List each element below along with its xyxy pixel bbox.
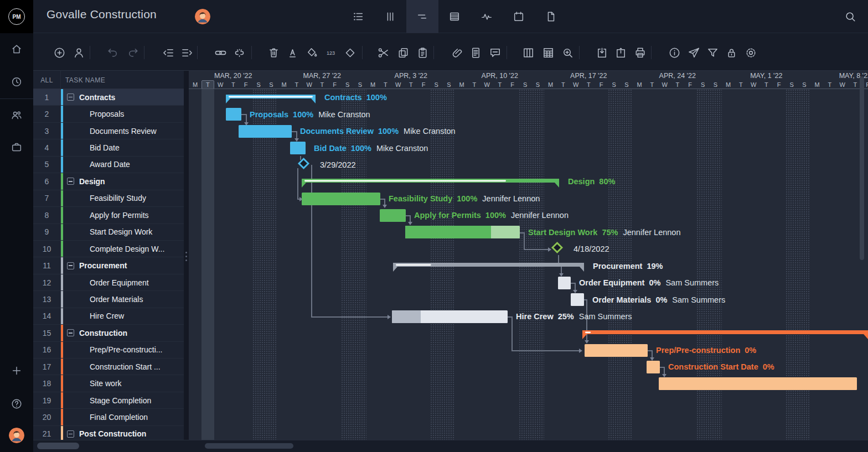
task-row-11[interactable]: 11Procurement bbox=[33, 257, 184, 274]
task-row-4[interactable]: 4Bid Date bbox=[33, 139, 184, 156]
sidebar-user-avatar[interactable] bbox=[9, 428, 24, 443]
filter-icon[interactable] bbox=[705, 45, 720, 60]
task-bar[interactable] bbox=[239, 125, 292, 138]
spreadsheet-icon[interactable] bbox=[541, 45, 555, 60]
task-bar[interactable] bbox=[659, 377, 857, 390]
task-row-2[interactable]: 2Proposals bbox=[33, 106, 184, 122]
vertical-scrollbar[interactable] bbox=[860, 76, 864, 260]
tab-gantt-view[interactable] bbox=[406, 0, 438, 33]
lock-icon[interactable] bbox=[724, 45, 738, 60]
row-number: 15 bbox=[33, 325, 61, 341]
print-icon[interactable] bbox=[633, 45, 647, 60]
delete-icon[interactable] bbox=[266, 45, 281, 60]
paste-icon[interactable] bbox=[415, 45, 430, 60]
add-task-icon[interactable] bbox=[52, 45, 66, 60]
link-dependency-icon[interactable] bbox=[213, 45, 228, 60]
tab-board-view[interactable] bbox=[374, 0, 406, 33]
cut-icon[interactable] bbox=[376, 45, 390, 60]
milestone-icon[interactable] bbox=[343, 45, 357, 60]
collapse-icon[interactable] bbox=[67, 93, 74, 101]
task-row-12[interactable]: 12Order Equipment bbox=[33, 274, 184, 291]
task-row-19[interactable]: 19Stage Completion bbox=[33, 392, 184, 409]
task-bar[interactable] bbox=[392, 310, 508, 323]
task-row-13[interactable]: 13Order Materials bbox=[33, 291, 184, 308]
collapse-icon[interactable] bbox=[67, 178, 74, 185]
summary-bar[interactable] bbox=[582, 330, 868, 340]
comment-icon[interactable] bbox=[488, 45, 502, 60]
task-row-17[interactable]: 17Construction Start ... bbox=[33, 359, 184, 375]
undo-icon[interactable] bbox=[105, 45, 120, 60]
task-bar[interactable] bbox=[405, 226, 520, 238]
collapse-icon[interactable] bbox=[67, 329, 74, 336]
task-row-20[interactable]: 20Final Completion bbox=[33, 409, 184, 425]
task-row-16[interactable]: 16Prep/Pre-constructi... bbox=[33, 342, 184, 359]
task-panel-hscrollbar[interactable] bbox=[37, 443, 79, 449]
column-header-all[interactable]: ALL bbox=[33, 71, 61, 89]
gantt-hscrollbar[interactable] bbox=[205, 443, 293, 449]
summary-bar[interactable] bbox=[302, 179, 559, 188]
task-row-21[interactable]: 21Post Construction bbox=[33, 426, 184, 440]
task-bar[interactable] bbox=[302, 193, 380, 205]
task-bar[interactable] bbox=[558, 277, 571, 289]
task-row-6[interactable]: 6Design bbox=[33, 173, 184, 190]
task-bar[interactable] bbox=[647, 361, 660, 373]
task-bar[interactable] bbox=[571, 293, 584, 306]
bar-assignee-label: Mike Cranston bbox=[376, 144, 428, 153]
task-bar[interactable] bbox=[226, 108, 241, 121]
redo-icon[interactable] bbox=[126, 45, 140, 60]
panel-splitter[interactable] bbox=[184, 71, 189, 440]
notes-icon[interactable] bbox=[468, 45, 483, 60]
number-format-icon[interactable]: 123 bbox=[323, 45, 338, 60]
task-row-14[interactable]: 14Hire Crew bbox=[33, 308, 184, 325]
summary-bar[interactable] bbox=[393, 263, 584, 272]
task-row-18[interactable]: 18Site work bbox=[33, 375, 184, 392]
project-owner-avatar[interactable] bbox=[195, 9, 210, 24]
copy-icon[interactable] bbox=[396, 45, 410, 60]
unlink-dependency-icon[interactable] bbox=[232, 45, 246, 60]
settings-icon[interactable] bbox=[743, 45, 758, 60]
tab-workload-view[interactable] bbox=[471, 0, 503, 33]
summary-bar[interactable] bbox=[226, 95, 316, 104]
assign-user-icon[interactable] bbox=[71, 45, 86, 60]
task-bar[interactable] bbox=[585, 344, 648, 357]
task-row-9[interactable]: 9Start Design Work bbox=[33, 224, 184, 241]
sidebar-item-add[interactable] bbox=[11, 365, 23, 377]
task-row-5[interactable]: 5Award Date bbox=[33, 157, 184, 173]
tab-sheet-view[interactable] bbox=[438, 0, 471, 33]
task-row-7[interactable]: 7Feasibility Study bbox=[33, 190, 184, 207]
day-cell: F bbox=[595, 80, 608, 89]
fill-color-icon[interactable] bbox=[304, 45, 319, 60]
task-row-8[interactable]: 8Apply for Permits bbox=[33, 207, 184, 224]
task-row-10[interactable]: 10Complete Design W... bbox=[33, 241, 184, 257]
info-icon[interactable] bbox=[667, 45, 681, 60]
import-icon[interactable] bbox=[595, 45, 609, 60]
tab-docs-view[interactable] bbox=[535, 0, 567, 33]
tab-list-view[interactable] bbox=[342, 0, 374, 33]
milestone-diamond[interactable] bbox=[551, 242, 562, 253]
sidebar-item-recent[interactable] bbox=[11, 76, 23, 88]
share-icon[interactable] bbox=[686, 45, 701, 60]
sidebar-item-home[interactable] bbox=[11, 43, 23, 55]
task-row-15[interactable]: 15Construction bbox=[33, 325, 184, 341]
sidebar-item-help[interactable] bbox=[11, 398, 23, 410]
collapse-icon[interactable] bbox=[67, 430, 74, 438]
task-row-3[interactable]: 3Documents Review bbox=[33, 123, 184, 139]
column-header-task-name[interactable]: TASK NAME bbox=[65, 71, 105, 89]
sidebar-item-portfolio[interactable] bbox=[11, 141, 23, 153]
zoom-icon[interactable] bbox=[560, 45, 575, 60]
milestone-diamond[interactable] bbox=[297, 157, 309, 169]
sidebar-item-team[interactable] bbox=[11, 109, 23, 121]
tab-calendar-view[interactable] bbox=[503, 0, 535, 33]
app-logo[interactable]: PM bbox=[0, 0, 33, 33]
outdent-icon[interactable] bbox=[161, 45, 175, 60]
columns-icon[interactable] bbox=[521, 45, 535, 60]
task-bar[interactable] bbox=[290, 142, 306, 154]
search-icon[interactable] bbox=[844, 10, 857, 23]
attachment-icon[interactable] bbox=[449, 45, 463, 60]
task-row-1[interactable]: 1Contracts bbox=[33, 89, 184, 106]
text-format-icon[interactable] bbox=[285, 45, 299, 60]
task-bar[interactable] bbox=[380, 209, 406, 222]
export-icon[interactable] bbox=[613, 45, 628, 60]
collapse-icon[interactable] bbox=[67, 262, 74, 269]
indent-icon[interactable] bbox=[179, 45, 194, 60]
